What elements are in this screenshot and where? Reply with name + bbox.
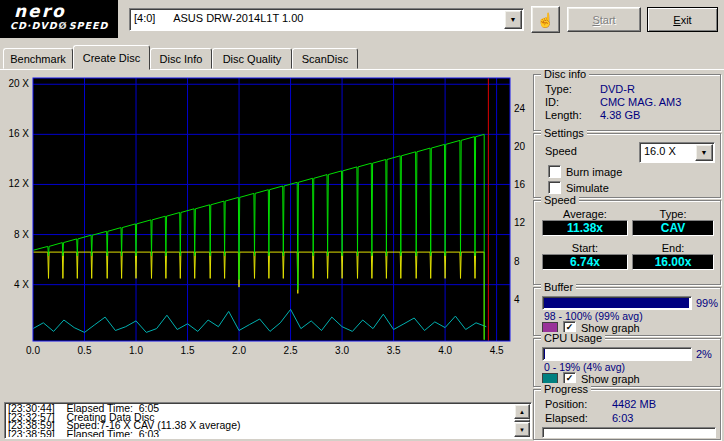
svg-text:1.0: 1.0 xyxy=(129,345,143,356)
average-speed-display: 11.38x xyxy=(542,220,628,236)
logo-speed-text: SPEED xyxy=(69,20,109,31)
svg-text:4 X: 4 X xyxy=(14,279,29,290)
burn-image-label: Burn image xyxy=(566,166,622,178)
disc-type-label: Type: xyxy=(545,83,572,95)
progress-title: Progress xyxy=(541,383,591,395)
speed-combo-arrow-button[interactable]: ▼ xyxy=(695,144,713,161)
cpu-percent: 2% xyxy=(696,348,712,360)
svg-text:0.5: 0.5 xyxy=(78,345,92,356)
end-speed-label: End: xyxy=(632,242,714,254)
chevron-down-icon: ▼ xyxy=(701,149,708,156)
elapsed-label: Elapsed: xyxy=(545,412,588,424)
arrow-up-icon: ▲ xyxy=(519,409,525,415)
write-progress-bar xyxy=(542,427,716,438)
cpu-title: CPU Usage xyxy=(541,332,605,344)
end-speed-display: 16.00x xyxy=(632,254,714,270)
tab-benchmark-label: Benchmark xyxy=(10,53,66,65)
simulate-label: Simulate xyxy=(566,182,609,194)
start-button[interactable]: Start xyxy=(567,7,641,32)
elapsed-row: Elapsed: 6:03 xyxy=(534,412,720,424)
speed-combo[interactable]: 16.0 X ▼ xyxy=(639,142,715,163)
disc-length-row: Length: 4.38 GB xyxy=(534,109,720,121)
svg-text:20: 20 xyxy=(514,141,526,152)
svg-text:1.5: 1.5 xyxy=(181,345,195,356)
burn-image-option[interactable]: Burn image xyxy=(548,165,622,178)
speed-combo-value: 16.0 X xyxy=(644,145,676,157)
tab-disc-info[interactable]: Disc Info xyxy=(150,48,212,69)
burn-image-checkbox[interactable] xyxy=(548,165,561,178)
buffer-percent: 99% xyxy=(696,297,718,309)
start-button-label: Start xyxy=(592,14,615,26)
tab-benchmark[interactable]: Benchmark xyxy=(3,48,73,69)
event-log[interactable]: [23:30:44] Elapsed Time: 6:05 [23:32:57]… xyxy=(4,402,532,439)
type-label: Type: xyxy=(632,208,714,220)
cpu-bar-fill xyxy=(544,349,545,359)
svg-text:16 X: 16 X xyxy=(8,128,29,139)
svg-text:4.5: 4.5 xyxy=(490,345,504,356)
svg-text:12: 12 xyxy=(514,217,526,228)
tab-disc-quality[interactable]: Disc Quality xyxy=(212,48,292,69)
svg-text:24: 24 xyxy=(514,103,526,114)
tab-create-disc[interactable]: Create Disc xyxy=(73,45,150,70)
svg-text:4.0: 4.0 xyxy=(438,345,452,356)
buffer-group: Buffer 99% 98 - 100% (99% avg) ✓ Show gr… xyxy=(533,287,721,336)
disc-info-group: Disc info Type: DVD-R ID: CMC MAG. AM3 L… xyxy=(533,74,721,131)
svg-text:2.0: 2.0 xyxy=(232,345,246,356)
event-log-lines: [23:30:44] Elapsed Time: 6:05 [23:32:57]… xyxy=(8,404,513,437)
drive-select-combo[interactable]: [4:0] ASUS DRW-2014L1T 1.00 ▼ xyxy=(129,8,524,31)
scroll-up-button[interactable]: ▲ xyxy=(514,404,530,419)
chevron-down-icon: ▼ xyxy=(510,16,517,23)
nero-logo-subtext: CD·DVDØSPEED xyxy=(0,20,118,32)
exit-accel: E xyxy=(673,14,680,26)
drive-select-value: [4:0] ASUS DRW-2014L1T 1.00 xyxy=(134,12,303,24)
disc-id-value: CMC MAG. AM3 xyxy=(600,96,681,108)
disc-length-label: Length: xyxy=(545,109,582,121)
start-accel: S xyxy=(592,14,599,26)
tab-scandisc-label: ScanDisc xyxy=(302,53,348,65)
settings-group: Settings Speed 16.0 X ▼ Burn image Simul… xyxy=(533,133,721,198)
tab-disc-quality-label: Disc Quality xyxy=(223,53,282,65)
start-speed-label: Start: xyxy=(542,242,628,254)
position-value: 4482 MB xyxy=(612,398,656,410)
buffer-level-bar xyxy=(542,296,692,310)
position-label: Position: xyxy=(545,398,587,410)
cpu-usage-bar xyxy=(542,347,692,361)
simulate-option[interactable]: Simulate xyxy=(548,181,609,194)
tab-disc-info-label: Disc Info xyxy=(160,53,203,65)
position-row: Position: 4482 MB xyxy=(534,398,720,410)
svg-text:3.5: 3.5 xyxy=(387,345,401,356)
chart-canvas: 4 X8 X12 X16 X20 X48121620240.00.51.01.5… xyxy=(4,72,528,368)
disc-type-value: DVD-R xyxy=(600,83,635,95)
exit-rest: xit xyxy=(681,14,692,26)
arrow-down-icon: ▼ xyxy=(519,427,525,433)
log-line: [23:38:59] Elapsed Time: 6:03 xyxy=(8,430,513,437)
svg-text:0.0: 0.0 xyxy=(26,345,40,356)
speed-chart: 4 X8 X12 X16 X20 X48121620240.00.51.01.5… xyxy=(4,72,528,368)
log-scrollbar[interactable]: ▲ ▼ xyxy=(514,404,530,437)
svg-text:20 X: 20 X xyxy=(8,78,29,89)
drive-combo-arrow-button[interactable]: ▼ xyxy=(504,10,522,29)
speed-group: Speed Average: Type: 11.38x CAV Start: E… xyxy=(533,200,721,285)
tab-scandisc[interactable]: ScanDisc xyxy=(292,48,358,69)
svg-text:2.5: 2.5 xyxy=(284,345,298,356)
logo-cddvd-text: CD·DVD xyxy=(10,20,58,31)
progress-group: Progress Position: 4482 MB Elapsed: 6:03 xyxy=(533,389,721,440)
svg-text:12 X: 12 X xyxy=(8,178,29,189)
nero-logo: nero CD·DVDØSPEED xyxy=(0,0,118,38)
simulate-checkbox[interactable] xyxy=(548,181,561,194)
exit-button[interactable]: Exit xyxy=(647,7,718,32)
elapsed-value: 6:03 xyxy=(612,412,633,424)
speed-type-display: CAV xyxy=(632,220,714,236)
disc-id-label: ID: xyxy=(545,96,559,108)
scroll-down-button[interactable]: ▼ xyxy=(514,422,530,437)
options-button[interactable]: ☝ xyxy=(531,6,560,33)
svg-text:3.0: 3.0 xyxy=(335,345,349,356)
tab-create-disc-label: Create Disc xyxy=(83,52,140,64)
average-label: Average: xyxy=(542,208,628,220)
app-window: nero CD·DVDØSPEED [4:0] ASUS DRW-2014L1T… xyxy=(0,0,724,441)
start-rest: tart xyxy=(600,14,616,26)
disc-id-row: ID: CMC MAG. AM3 xyxy=(534,96,720,108)
disc-icon: Ø xyxy=(58,20,69,31)
svg-text:8: 8 xyxy=(514,256,520,267)
start-speed-display: 6.74x xyxy=(542,254,628,270)
